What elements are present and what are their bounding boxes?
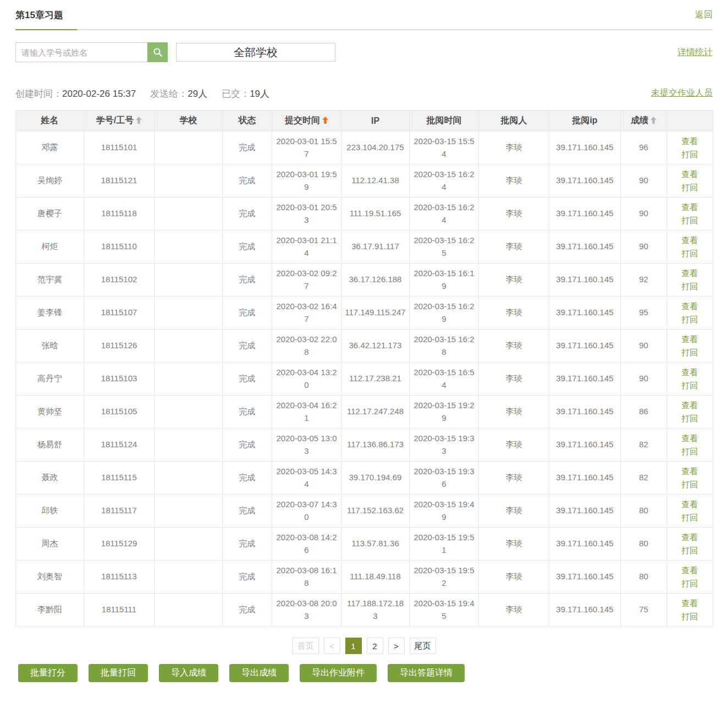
view-link[interactable]: 查看 (670, 201, 709, 214)
export-grades-button[interactable]: 导出成绩 (229, 664, 289, 682)
cell-reviewer: 李琰 (479, 462, 549, 495)
view-link[interactable]: 查看 (670, 267, 709, 280)
cell-reviewer: 李琰 (479, 264, 549, 297)
send-back-link[interactable]: 打回 (670, 214, 709, 227)
view-link[interactable]: 查看 (670, 366, 709, 379)
sort-arrow-icon (322, 117, 328, 124)
cell-name: 杨易舒 (16, 429, 84, 462)
cell-ip: 111.18.49.118 (341, 561, 410, 594)
view-link[interactable]: 查看 (670, 300, 709, 313)
send-back-link[interactable]: 打回 (670, 610, 709, 623)
export-answer-details-button[interactable]: 导出答题详情 (388, 664, 465, 682)
view-link[interactable]: 查看 (670, 597, 709, 610)
column-header-student-id-label: 学号/工号 (96, 116, 134, 125)
view-link[interactable]: 查看 (670, 564, 709, 577)
cell-score: 75 (621, 594, 667, 627)
cell-school (155, 396, 223, 429)
cell-name: 李黔阳 (16, 594, 84, 627)
pagination-prev-button[interactable]: < (324, 638, 340, 654)
send-back-link[interactable]: 打回 (670, 247, 709, 260)
cell-score: 80 (621, 495, 667, 528)
assignment-info-row: 创建时间： 2020-02-26 15:37 发送给： 29人 已交： 19人 … (15, 87, 713, 100)
search-input[interactable] (15, 42, 147, 62)
view-link[interactable]: 查看 (670, 465, 709, 478)
cell-review-ip: 39.171.160.145 (549, 363, 621, 396)
cell-name: 张晗 (16, 330, 84, 363)
cell-review-time: 2020-03-15 16:28 (410, 330, 479, 363)
pagination-last-button[interactable]: 尾页 (410, 638, 436, 654)
sort-arrow-icon (136, 117, 142, 124)
cell-submit-time: 2020-03-02 09:27 (272, 264, 341, 297)
column-header-ip-label: IP (371, 116, 379, 125)
not-submitted-link[interactable]: 未提交作业人员 (651, 87, 713, 99)
pagination-page-2-button[interactable]: 2 (367, 638, 383, 654)
column-header-review-time: 批阅时间 (410, 111, 479, 131)
send-back-link[interactable]: 打回 (670, 148, 709, 161)
cell-score: 90 (621, 164, 667, 197)
import-grades-button[interactable]: 导入成绩 (159, 664, 218, 682)
cell-ip: 36.17.126.188 (341, 264, 410, 297)
cell-actions: 查看打回 (667, 330, 713, 363)
cell-student-id: 18115105 (84, 396, 155, 429)
column-header-score[interactable]: 成绩 (621, 111, 667, 131)
column-header-submit-time[interactable]: 提交时间 (272, 111, 341, 131)
send-back-link[interactable]: 打回 (670, 577, 709, 590)
cell-status: 完成 (223, 495, 272, 528)
cell-review-ip: 39.171.160.145 (549, 164, 621, 197)
cell-score: 90 (621, 330, 667, 363)
cell-submit-time: 2020-03-05 14:34 (272, 462, 341, 495)
cell-review-ip: 39.171.160.145 (549, 297, 621, 330)
send-back-link[interactable]: 打回 (670, 313, 709, 326)
pagination-page-1-button[interactable]: 1 (345, 638, 362, 654)
school-filter-select[interactable]: 全部学校 (176, 43, 335, 62)
cell-school (155, 230, 223, 264)
batch-grade-button[interactable]: 批量打分 (18, 664, 78, 682)
cell-reviewer: 李琰 (479, 528, 549, 561)
table-row: 姜李锋18115107完成2020-03-02 16:47117.149.115… (16, 297, 713, 330)
send-back-link[interactable]: 打回 (670, 412, 709, 425)
pagination-next-button[interactable]: > (388, 638, 405, 654)
column-header-student-id[interactable]: 学号/工号 (84, 111, 155, 131)
back-link[interactable]: 返回 (695, 9, 713, 21)
cell-review-ip: 39.171.160.145 (549, 197, 621, 230)
details-stats-link[interactable]: 详情统计 (677, 47, 713, 58)
search-button[interactable] (147, 42, 168, 62)
send-back-link[interactable]: 打回 (670, 379, 709, 392)
column-header-reviewer: 批阅人 (479, 111, 549, 131)
cell-ip: 39.170.194.69 (341, 462, 410, 495)
send-back-link[interactable]: 打回 (670, 478, 709, 491)
view-link[interactable]: 查看 (670, 399, 709, 412)
view-link[interactable]: 查看 (670, 432, 709, 445)
send-back-link[interactable]: 打回 (670, 511, 709, 524)
view-link[interactable]: 查看 (670, 498, 709, 511)
export-attachments-button[interactable]: 导出作业附件 (300, 664, 377, 682)
cell-review-time: 2020-03-15 16:24 (410, 164, 479, 197)
cell-reviewer: 李琰 (479, 495, 549, 528)
cell-review-ip: 39.171.160.145 (549, 561, 621, 594)
view-link[interactable]: 查看 (670, 234, 709, 247)
cell-status: 完成 (223, 164, 272, 197)
cell-student-id: 18115129 (84, 528, 155, 561)
created-time-label: 创建时间： (15, 87, 62, 100)
send-back-link[interactable]: 打回 (670, 346, 709, 359)
cell-submit-time: 2020-03-02 16:47 (272, 297, 341, 330)
created-time-value: 2020-02-26 15:37 (62, 89, 136, 100)
pagination: 首页 < 1 2 > 尾页 (15, 638, 713, 654)
send-back-link[interactable]: 打回 (670, 280, 709, 293)
page-container: 第15章习题 返回 全部学校 详情统计 创建时间： 2020-02-26 15:… (0, 0, 728, 695)
cell-reviewer: 李琰 (479, 363, 549, 396)
cell-review-time: 2020-03-15 19:52 (410, 561, 479, 594)
cell-actions: 查看打回 (667, 462, 713, 495)
view-link[interactable]: 查看 (670, 333, 709, 346)
cell-student-id: 18115111 (84, 594, 155, 627)
search-icon (153, 47, 163, 57)
send-back-link[interactable]: 打回 (670, 181, 709, 194)
pagination-first-button[interactable]: 首页 (293, 638, 319, 654)
send-back-link[interactable]: 打回 (670, 445, 709, 458)
view-link[interactable]: 查看 (670, 168, 709, 181)
view-link[interactable]: 查看 (670, 135, 709, 148)
cell-ip: 117.149.115.247 (341, 297, 410, 330)
view-link[interactable]: 查看 (670, 531, 709, 544)
send-back-link[interactable]: 打回 (670, 544, 709, 557)
batch-return-button[interactable]: 批量打回 (89, 664, 148, 682)
